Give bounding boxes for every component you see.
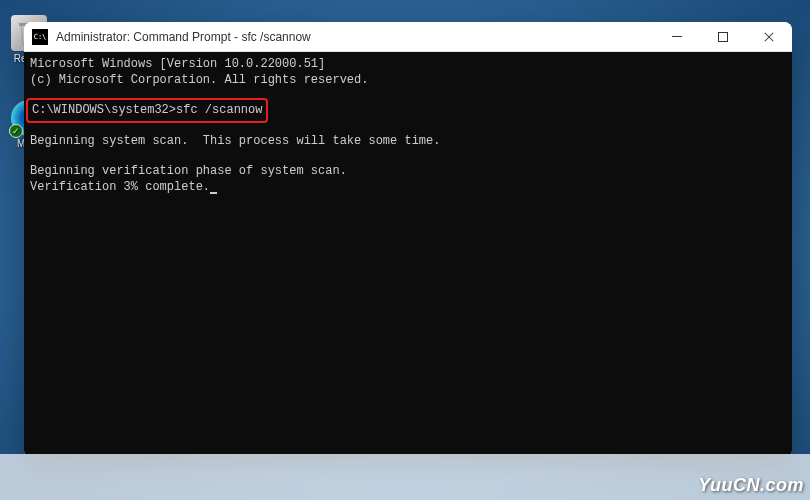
close-button[interactable] xyxy=(746,22,792,51)
command-highlight: C:\WINDOWS\system32>sfc /scannow xyxy=(26,98,268,122)
terminal-prompt: C:\WINDOWS\system32> xyxy=(32,103,176,117)
terminal-command: sfc /scannow xyxy=(176,103,262,117)
terminal-line-verification: Beginning verification phase of system s… xyxy=(30,163,786,179)
page-scrollbar[interactable] xyxy=(804,4,807,496)
terminal-line-version: Microsoft Windows [Version 10.0.22000.51… xyxy=(30,56,786,72)
maximize-icon xyxy=(718,32,728,42)
window-title: Administrator: Command Prompt - sfc /sca… xyxy=(56,30,654,44)
window-titlebar[interactable]: C:\ Administrator: Command Prompt - sfc … xyxy=(24,22,792,52)
window-controls xyxy=(654,22,792,51)
maximize-button[interactable] xyxy=(700,22,746,51)
taskbar[interactable] xyxy=(0,454,810,500)
watermark-text: YuuCN.com xyxy=(698,475,804,496)
checkmark-badge-icon: ✓ xyxy=(9,124,23,138)
terminal-line-progress: Verification 3% complete. xyxy=(30,179,786,195)
terminal-cursor xyxy=(210,192,217,194)
command-prompt-window: C:\ Administrator: Command Prompt - sfc … xyxy=(24,22,792,459)
minimize-icon xyxy=(672,36,682,37)
minimize-button[interactable] xyxy=(654,22,700,51)
cmd-icon: C:\ xyxy=(32,29,48,45)
close-icon xyxy=(763,31,775,43)
terminal-line-scan-start: Beginning system scan. This process will… xyxy=(30,133,786,149)
terminal-output[interactable]: Microsoft Windows [Version 10.0.22000.51… xyxy=(24,52,792,459)
terminal-line-copyright: (c) Microsoft Corporation. All rights re… xyxy=(30,72,786,88)
